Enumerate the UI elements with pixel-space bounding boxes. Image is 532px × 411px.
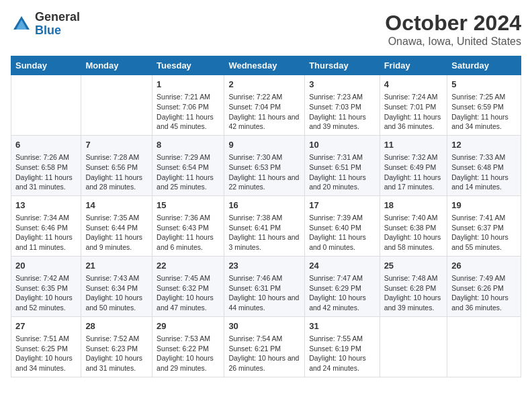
calendar-day-cell: 4Sunrise: 7:24 AMSunset: 7:01 PMDaylight… (380, 75, 447, 136)
calendar-day-cell: 25Sunrise: 7:48 AMSunset: 6:28 PMDayligh… (380, 256, 447, 316)
day-number: 24 (309, 260, 375, 272)
day-info: Sunrise: 7:26 AMSunset: 6:58 PMDaylight:… (15, 152, 77, 192)
day-info: Sunrise: 7:51 AMSunset: 6:25 PMDaylight:… (15, 334, 77, 373)
day-number: 31 (309, 320, 375, 332)
calendar-table: SundayMondayTuesdayWednesdayThursdayFrid… (11, 56, 521, 377)
day-info: Sunrise: 7:49 AMSunset: 6:26 PMDaylight:… (451, 273, 517, 313)
calendar-day-cell: 28Sunrise: 7:52 AMSunset: 6:23 PMDayligh… (81, 316, 152, 377)
calendar-day-cell: 29Sunrise: 7:53 AMSunset: 6:22 PMDayligh… (152, 316, 224, 377)
calendar-day-cell: 27Sunrise: 7:51 AMSunset: 6:25 PMDayligh… (11, 316, 81, 377)
day-number: 15 (157, 199, 220, 212)
calendar-day-cell: 20Sunrise: 7:42 AMSunset: 6:35 PMDayligh… (11, 256, 81, 316)
weekday-header: Friday (380, 56, 447, 75)
day-number: 4 (384, 79, 443, 91)
day-info: Sunrise: 7:42 AMSunset: 6:35 PMDaylight:… (15, 273, 77, 313)
calendar-day-cell: 24Sunrise: 7:47 AMSunset: 6:29 PMDayligh… (305, 256, 380, 316)
calendar-day-cell: 17Sunrise: 7:39 AMSunset: 6:40 PMDayligh… (305, 195, 380, 256)
day-info: Sunrise: 7:41 AMSunset: 6:37 PMDaylight:… (451, 213, 517, 253)
day-number: 12 (451, 139, 517, 151)
day-info: Sunrise: 7:39 AMSunset: 6:40 PMDaylight:… (309, 213, 375, 253)
calendar-day-cell (447, 316, 521, 377)
day-info: Sunrise: 7:31 AMSunset: 6:51 PMDaylight:… (309, 152, 375, 192)
day-number: 2 (228, 79, 300, 91)
day-number: 21 (85, 260, 148, 272)
page-subtitle: Onawa, Iowa, United States (385, 36, 521, 48)
calendar-day-cell: 7Sunrise: 7:28 AMSunset: 6:56 PMDaylight… (81, 135, 152, 195)
calendar-day-cell: 21Sunrise: 7:43 AMSunset: 6:34 PMDayligh… (81, 256, 152, 316)
weekday-header: Sunday (11, 56, 81, 75)
weekday-header: Thursday (305, 56, 380, 75)
day-number: 19 (451, 199, 517, 212)
calendar-day-cell: 19Sunrise: 7:41 AMSunset: 6:37 PMDayligh… (447, 195, 521, 256)
calendar-week-row: 27Sunrise: 7:51 AMSunset: 6:25 PMDayligh… (11, 316, 521, 377)
calendar-day-cell: 9Sunrise: 7:30 AMSunset: 6:53 PMDaylight… (224, 135, 305, 195)
day-info: Sunrise: 7:38 AMSunset: 6:41 PMDaylight:… (228, 213, 300, 253)
logo: General Blue (11, 11, 80, 38)
day-number: 11 (384, 139, 443, 151)
calendar-day-cell: 3Sunrise: 7:23 AMSunset: 7:03 PMDaylight… (305, 75, 380, 136)
day-number: 18 (384, 199, 443, 212)
day-number: 23 (228, 260, 300, 272)
day-info: Sunrise: 7:46 AMSunset: 6:31 PMDaylight:… (228, 273, 300, 313)
day-number: 14 (85, 199, 148, 212)
logo-blue-text: Blue (35, 24, 80, 38)
day-info: Sunrise: 7:36 AMSunset: 6:43 PMDaylight:… (157, 213, 220, 253)
day-info: Sunrise: 7:30 AMSunset: 6:53 PMDaylight:… (228, 152, 300, 192)
calendar-day-cell: 8Sunrise: 7:29 AMSunset: 6:54 PMDaylight… (152, 135, 224, 195)
calendar-week-row: 20Sunrise: 7:42 AMSunset: 6:35 PMDayligh… (11, 256, 521, 316)
day-number: 25 (384, 260, 443, 272)
day-number: 13 (15, 199, 77, 212)
calendar-day-cell: 5Sunrise: 7:25 AMSunset: 6:59 PMDaylight… (447, 75, 521, 136)
day-info: Sunrise: 7:54 AMSunset: 6:21 PMDaylight:… (228, 334, 300, 373)
calendar-day-cell: 15Sunrise: 7:36 AMSunset: 6:43 PMDayligh… (152, 195, 224, 256)
day-number: 9 (228, 139, 300, 151)
day-info: Sunrise: 7:23 AMSunset: 7:03 PMDaylight:… (309, 92, 375, 132)
day-number: 17 (309, 199, 375, 212)
calendar-week-row: 6Sunrise: 7:26 AMSunset: 6:58 PMDaylight… (11, 135, 521, 195)
calendar-day-cell: 12Sunrise: 7:33 AMSunset: 6:48 PMDayligh… (447, 135, 521, 195)
day-info: Sunrise: 7:34 AMSunset: 6:46 PMDaylight:… (15, 213, 77, 253)
weekday-header: Monday (81, 56, 152, 75)
day-info: Sunrise: 7:53 AMSunset: 6:22 PMDaylight:… (157, 334, 220, 373)
day-info: Sunrise: 7:32 AMSunset: 6:49 PMDaylight:… (384, 152, 443, 192)
weekday-header: Tuesday (152, 56, 224, 75)
calendar-day-cell: 6Sunrise: 7:26 AMSunset: 6:58 PMDaylight… (11, 135, 81, 195)
calendar-day-cell: 13Sunrise: 7:34 AMSunset: 6:46 PMDayligh… (11, 195, 81, 256)
calendar-day-cell (11, 75, 81, 136)
day-info: Sunrise: 7:55 AMSunset: 6:19 PMDaylight:… (309, 334, 375, 373)
calendar-day-cell: 22Sunrise: 7:45 AMSunset: 6:32 PMDayligh… (152, 256, 224, 316)
day-number: 7 (85, 139, 148, 151)
calendar-day-cell: 14Sunrise: 7:35 AMSunset: 6:44 PMDayligh… (81, 195, 152, 256)
page-title: October 2024 (385, 11, 521, 36)
day-number: 6 (15, 139, 77, 151)
calendar-day-cell: 2Sunrise: 7:22 AMSunset: 7:04 PMDaylight… (224, 75, 305, 136)
day-number: 27 (15, 320, 77, 332)
calendar-day-cell: 1Sunrise: 7:21 AMSunset: 7:06 PMDaylight… (152, 75, 224, 136)
calendar-day-cell (380, 316, 447, 377)
calendar-week-row: 1Sunrise: 7:21 AMSunset: 7:06 PMDaylight… (11, 75, 521, 136)
day-info: Sunrise: 7:24 AMSunset: 7:01 PMDaylight:… (384, 92, 443, 132)
day-number: 5 (451, 79, 517, 91)
calendar-day-cell (81, 75, 152, 136)
calendar-day-cell: 16Sunrise: 7:38 AMSunset: 6:41 PMDayligh… (224, 195, 305, 256)
day-info: Sunrise: 7:22 AMSunset: 7:04 PMDaylight:… (228, 92, 300, 132)
calendar-header-row: SundayMondayTuesdayWednesdayThursdayFrid… (11, 56, 521, 75)
day-info: Sunrise: 7:25 AMSunset: 6:59 PMDaylight:… (451, 92, 517, 132)
calendar-day-cell: 23Sunrise: 7:46 AMSunset: 6:31 PMDayligh… (224, 256, 305, 316)
day-number: 20 (15, 260, 77, 272)
day-number: 22 (157, 260, 220, 272)
logo-general-text: General (35, 11, 80, 24)
day-number: 8 (157, 139, 220, 151)
calendar-day-cell: 30Sunrise: 7:54 AMSunset: 6:21 PMDayligh… (224, 316, 305, 377)
weekday-header: Saturday (447, 56, 521, 75)
day-info: Sunrise: 7:33 AMSunset: 6:48 PMDaylight:… (451, 152, 517, 192)
day-info: Sunrise: 7:28 AMSunset: 6:56 PMDaylight:… (85, 152, 148, 192)
logo-text: General Blue (35, 11, 80, 38)
day-info: Sunrise: 7:52 AMSunset: 6:23 PMDaylight:… (85, 334, 148, 373)
calendar-day-cell: 18Sunrise: 7:40 AMSunset: 6:38 PMDayligh… (380, 195, 447, 256)
logo-icon (11, 13, 32, 35)
calendar-day-cell: 26Sunrise: 7:49 AMSunset: 6:26 PMDayligh… (447, 256, 521, 316)
day-number: 28 (85, 320, 148, 332)
day-info: Sunrise: 7:29 AMSunset: 6:54 PMDaylight:… (157, 152, 220, 192)
calendar-day-cell: 11Sunrise: 7:32 AMSunset: 6:49 PMDayligh… (380, 135, 447, 195)
